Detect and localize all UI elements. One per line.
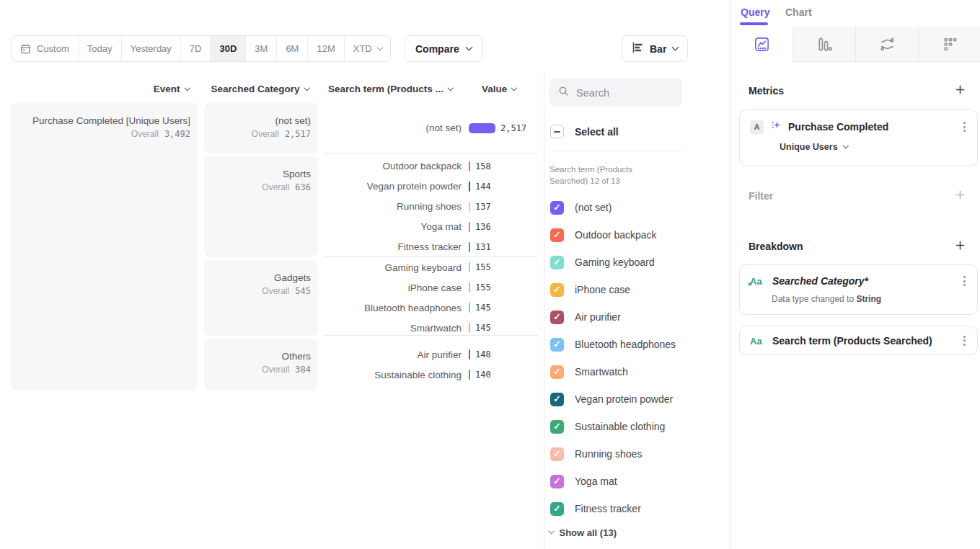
legend-checkbox[interactable]: ✓ [550,338,564,352]
report-tab-insights[interactable] [730,27,793,62]
value-bar[interactable] [469,370,470,380]
legend-checkbox[interactable]: ✓ [550,393,564,406]
value-bar[interactable] [469,323,470,333]
value-label: 145 [475,323,491,333]
date-range-30d[interactable]: 30D [210,36,245,61]
show-all-button[interactable]: Show all (13) [549,527,617,538]
legend-item[interactable]: ✓Yoga mat [550,468,676,495]
legend-item[interactable]: ✓Bluetooth headphones [550,331,676,358]
term-row[interactable]: iPhone case155 [325,277,538,298]
category-cell[interactable]: GadgetsOverall545 [204,260,318,336]
event-overall-value: 3,492 [164,129,190,139]
tab-chart[interactable]: Chart [785,6,812,18]
date-range-control[interactable]: CustomTodayYesterday7D30D3M6M12MXTD [11,35,391,62]
add-metric-button[interactable] [955,84,966,96]
add-filter-button[interactable] [955,189,966,201]
legend-item-label: Gaming keyboard [575,256,655,268]
value-bar[interactable] [469,161,470,171]
legend-checkbox[interactable]: ✓ [550,283,564,297]
overall-label: Overall [131,129,159,139]
legend-checkbox[interactable]: ✓ [550,256,564,269]
date-range-7d[interactable]: 7D [180,36,211,61]
legend-checkbox[interactable]: ✓ [550,502,564,516]
event-cell[interactable]: Purchase Completed [Unique Users] Overal… [11,103,198,390]
column-header-searched-category[interactable]: Searched Category [206,84,309,94]
term-row[interactable]: (not set)2,517 [325,118,538,138]
column-header-value[interactable]: Value [482,84,516,94]
term-row[interactable]: Fitness tracker131 [325,237,538,257]
value-bar[interactable] [469,303,470,313]
legend-item[interactable]: ✓Sustainable clothing [550,413,676,440]
date-range-custom[interactable]: Custom [12,36,78,61]
value-bar[interactable] [469,242,470,252]
term-row[interactable]: Yoga mat136 [325,217,538,237]
legend-item[interactable]: ✓Vegan protein powder [550,385,676,413]
select-all-checkbox[interactable] [550,125,564,138]
legend-item[interactable]: ✓Running shoes [550,440,676,468]
legend-checkbox[interactable]: ✓ [550,365,564,379]
legend-item[interactable]: ✓Outdoor backpack [550,221,676,249]
select-all-label: Select all [575,126,619,138]
term-row[interactable]: Sustainable clothing140 [325,365,538,385]
legend-item[interactable]: ✓(not set) [550,194,676,221]
legend-item[interactable]: ✓Fitness tracker [550,495,676,522]
legend-checkbox[interactable]: ✓ [550,228,564,242]
select-all-checkbox-row[interactable]: Select all [550,125,619,138]
column-header-event[interactable]: Event [87,84,189,94]
breakdown-card-search-term[interactable]: Aa Search term (Products Searched) [739,326,978,355]
category-cell[interactable]: OthersOverall384 [204,339,318,390]
term-row[interactable]: Air purifier148 [325,344,538,365]
date-range-3m[interactable]: 3M [245,36,276,61]
value-bar[interactable] [469,222,470,232]
legend-search[interactable] [549,79,682,107]
search-input[interactable] [576,87,674,99]
date-range-yesterday[interactable]: Yesterday [121,36,180,61]
breakdown-kebab-menu[interactable] [962,334,967,347]
legend-checkbox[interactable]: ✓ [550,420,564,434]
legend-item[interactable]: ✓iPhone case [550,276,676,303]
category-name: Others [211,351,311,362]
legend-item[interactable]: ✓Gaming keyboard [550,249,676,276]
term-row[interactable]: Bluetooth headphones145 [325,298,538,318]
metric-kebab-menu[interactable] [962,120,967,133]
date-range-today[interactable]: Today [78,36,121,61]
horizontal-bar-chart-icon [632,42,643,55]
metric-aggregation-dropdown[interactable]: Unique Users [780,142,967,152]
column-header-search-term[interactable]: Search term (Products ... [328,84,452,94]
legend-item[interactable]: ✓Air purifier [550,303,676,331]
checkmark-icon: ✓ [553,367,560,377]
legend-checkbox[interactable]: ✓ [550,201,564,215]
category-cell[interactable]: SportsOverall636 [204,156,318,257]
value-bar[interactable] [469,182,470,192]
breakdown-card-searched-category[interactable]: Aa* Searched Category* Data type changed… [739,264,978,315]
term-row[interactable]: Gaming keyboard155 [325,257,538,277]
date-range-xtd[interactable]: XTD [344,36,391,61]
legend-checkbox[interactable]: ✓ [550,311,564,324]
term-row[interactable]: Smartwatch145 [325,318,538,338]
term-rows: Air purifier148Sustainable clothing140 [325,339,538,390]
add-breakdown-button[interactable] [955,240,966,251]
term-row[interactable]: Running shoes137 [325,197,538,217]
term-row[interactable]: Vegan protein powder144 [325,177,538,197]
checkmark-icon: ✓ [553,340,560,349]
tab-query[interactable]: Query [741,6,769,18]
legend-checkbox[interactable]: ✓ [550,475,564,488]
value-bar[interactable] [469,123,495,133]
legend-item[interactable]: ✓Smartwatch [550,358,676,385]
report-tab-flows[interactable] [855,27,918,62]
chart-type-selector[interactable]: Bar [622,35,688,62]
value-bar[interactable] [469,202,470,212]
breakdown-kebab-menu[interactable] [962,274,967,287]
report-tab-funnels[interactable] [793,27,855,62]
term-row[interactable]: Outdoor backpack158 [325,156,538,177]
compare-button[interactable]: Compare [404,35,483,62]
report-tab-retention[interactable] [918,27,980,62]
date-range-6m[interactable]: 6M [276,36,307,61]
date-range-12m[interactable]: 12M [307,36,343,61]
value-bar[interactable] [469,262,470,272]
legend-checkbox[interactable]: ✓ [550,447,564,461]
value-bar[interactable] [469,282,470,293]
value-bar[interactable] [469,349,470,360]
category-cell[interactable]: (not set)Overall2,517 [204,103,318,153]
metric-card[interactable]: A Purchase Completed Unique Users [739,110,978,166]
